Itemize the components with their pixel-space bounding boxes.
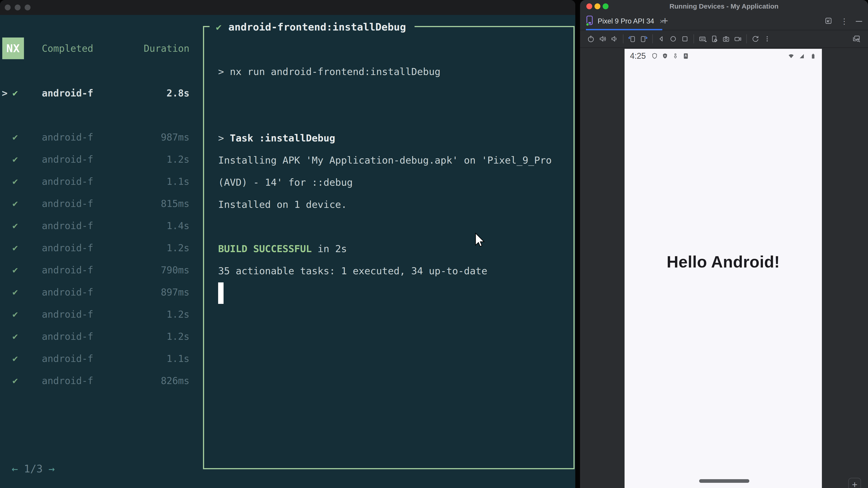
prev-page-arrow-icon[interactable]: ← [12,463,18,475]
check-icon: ✔ [12,88,18,98]
window-title: Running Devices - My Application [580,0,868,13]
task-duration: 1.2s [166,154,189,165]
check-icon: ✔ [12,353,18,363]
task-row[interactable]: > ✔ android-f 815ms [0,193,189,215]
task-row[interactable]: > ✔ android-f 1.1s [0,348,189,370]
task-name: android-f [42,88,93,99]
task-name: android-f [42,287,93,298]
terminal-output-log: > nx run android-frontend:installDebug> … [218,38,557,282]
wellbeing-icon [672,53,679,59]
task-row[interactable]: > ✔ android-f 1.2s [0,149,189,170]
success-check-icon: ✔ [216,22,221,33]
task-name: android-f [42,309,93,320]
task-duration: 1.4s [166,220,189,231]
phone-device-icon [586,15,594,27]
device-display-area: 4:25 A [580,48,868,488]
check-icon: ✔ [12,198,18,208]
task-row[interactable]: > ✔ android-f 2.8s [0,82,189,104]
task-name: android-f [42,353,93,364]
terminal-window: NX Completed Duration > ✔ android-f 2.8s… [0,0,575,488]
zoom-in-button[interactable]: + [852,480,858,488]
tab-pixel-9-pro[interactable]: Pixel 9 Pro API 34 × [586,13,664,30]
more-actions-icon[interactable] [761,33,773,45]
check-icon: ✔ [12,375,18,386]
screenshot-icon[interactable] [720,33,732,45]
task-name: android-f [42,154,93,165]
task-duration: 826ms [161,375,189,386]
toolbar-separator [652,34,653,43]
task-duration: 1.2s [166,331,189,342]
running-devices-window: Running Devices - My Application Pixel 9… [580,0,868,488]
check-icon: ✔ [12,132,18,142]
volume-down-icon[interactable] [609,33,620,45]
svg-text:A: A [685,54,687,57]
new-tab-button[interactable]: + [662,14,668,27]
task-duration: 1.1s [166,176,189,187]
check-icon: ✔ [12,265,18,275]
zoom-controls: + − 1:1 [848,478,861,488]
app-a-badge-icon: A [682,53,689,59]
selected-chevron-icon: > [2,88,7,99]
screen-record-icon[interactable] [732,33,744,45]
task-output-pane: ✔ android-frontend:installDebug > nx run… [203,26,575,469]
back-icon[interactable] [655,33,667,45]
more-options-icon[interactable]: ⋮ [840,17,848,26]
task-name: android-f [42,331,93,342]
cellular-signal-icon [798,53,806,60]
device-settings-icon[interactable] [708,33,720,45]
task-name: android-f [42,176,93,187]
float-window-icon[interactable] [824,17,833,26]
check-icon: ✔ [12,309,18,319]
device-tabbar: Pixel 9 Pro API 34 × + ⋮ [580,13,868,30]
mouse-pointer [475,233,485,249]
device-screen[interactable]: 4:25 A [625,49,822,488]
task-name: android-f [42,375,93,386]
shield-play-icon [662,53,669,59]
ide-titlebar: Running Devices - My Application [580,0,868,13]
app-greeting-text: Hello Android! [625,253,822,271]
device-statusbar: 4:25 A [625,49,822,63]
task-duration: 987ms [161,132,189,143]
task-row[interactable]: > ✔ android-f 897ms [0,281,189,303]
power-icon[interactable] [585,33,597,45]
overview-icon[interactable] [679,33,691,45]
task-row[interactable]: > ✔ android-f 1.1s [0,170,189,193]
home-icon[interactable] [667,33,679,45]
reset-view-icon[interactable] [749,33,761,45]
task-row[interactable]: > ✔ android-f 1.4s [0,215,189,237]
check-icon: ✔ [12,242,18,253]
task-row[interactable]: > ✔ android-f 826ms [0,370,189,392]
battery-icon [809,53,816,60]
soft-keyboard-icon[interactable] [697,33,708,45]
toolbar-separator [746,34,747,43]
terminal-cursor [218,283,223,304]
task-duration: 815ms [161,198,189,209]
status-time: 4:25 [630,51,646,61]
task-row[interactable]: > ✔ android-f 1.2s [0,303,189,326]
task-row[interactable]: > ✔ android-f 1.2s [0,326,189,348]
task-list: > ✔ android-f 2.8s > ✔ android-f 987ms >… [0,0,194,452]
toolbar-separator [693,34,694,43]
check-icon: ✔ [12,331,18,341]
check-icon: ✔ [12,220,18,231]
device-toolbar [580,30,868,48]
next-page-arrow-icon[interactable]: → [49,463,55,475]
task-name: android-f [42,242,93,254]
task-row[interactable]: > ✔ android-f 1.2s [0,237,189,259]
task-duration: 1.2s [166,309,189,320]
task-row[interactable]: > ✔ android-f 987ms [0,126,189,149]
task-duration: 2.8s [166,88,189,99]
task-name: android-f [42,132,93,143]
hide-panel-icon[interactable] [856,21,862,22]
task-row[interactable]: > ✔ android-f 790ms [0,259,189,281]
task-duration: 1.1s [166,353,189,364]
task-duration: 1.2s [166,242,189,254]
task-name: android-f [42,220,93,231]
check-icon: ✔ [12,154,18,164]
rotate-left-icon[interactable] [626,33,638,45]
task-duration: 897ms [161,287,189,298]
volume-up-icon[interactable] [597,33,609,45]
gesture-navigation-handle[interactable] [699,479,749,483]
device-mirror-settings-icon[interactable] [850,33,862,45]
rotate-right-icon[interactable] [638,33,650,45]
